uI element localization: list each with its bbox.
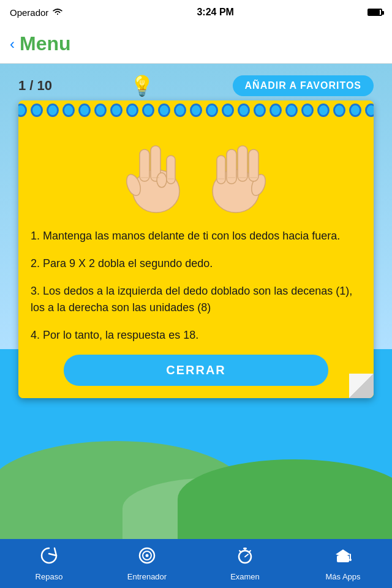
spiral-hole bbox=[31, 104, 43, 117]
spiral-hole bbox=[190, 104, 202, 117]
examen-label: Examen bbox=[230, 572, 260, 581]
carrier-label: Operador bbox=[10, 7, 48, 18]
spiral-hole bbox=[349, 104, 361, 117]
instruction-2: 2. Para 9 X 2 dobla el segundo dedo. bbox=[31, 255, 361, 272]
spiral-hole bbox=[62, 104, 75, 117]
spiral-hole bbox=[158, 104, 170, 117]
entrenador-icon bbox=[137, 546, 157, 570]
tab-bar: Repaso Entrenador Examen bbox=[0, 539, 392, 588]
svg-rect-5 bbox=[167, 156, 175, 184]
instruction-4: 4. Por lo tanto, la respuesta es 18. bbox=[31, 327, 361, 344]
tab-examen[interactable]: Examen bbox=[196, 546, 294, 581]
top-bar: 1 / 10 💡 AÑADIR A FAVORITOS bbox=[18, 74, 374, 98]
svg-point-31 bbox=[349, 559, 352, 561]
svg-rect-11 bbox=[217, 156, 225, 184]
lightbulb-icon: 💡 bbox=[130, 74, 154, 97]
examen-icon bbox=[235, 546, 255, 570]
svg-rect-2 bbox=[140, 149, 149, 181]
back-button[interactable]: ‹ Menu bbox=[10, 32, 71, 55]
spiral-hole bbox=[78, 104, 91, 117]
right-hand-icon bbox=[202, 136, 270, 216]
nav-bar: ‹ Menu bbox=[0, 24, 392, 64]
add-favorites-button[interactable]: AÑADIR A FAVORITOS bbox=[233, 75, 374, 96]
carrier-info: Operador bbox=[10, 7, 63, 18]
svg-rect-23 bbox=[243, 548, 247, 549]
spiral-hole bbox=[126, 104, 138, 117]
repaso-icon bbox=[39, 546, 59, 570]
battery-icon bbox=[368, 9, 382, 16]
spiral-hole bbox=[333, 104, 345, 117]
tab-repaso[interactable]: Repaso bbox=[0, 546, 98, 581]
spiral-hole bbox=[365, 104, 374, 117]
tab-entrenador[interactable]: Entrenador bbox=[98, 546, 196, 581]
spiral-hole bbox=[301, 104, 314, 117]
page-curl bbox=[349, 374, 374, 398]
tab-mas-apps[interactable]: Más Apps bbox=[294, 546, 392, 581]
spiral-top bbox=[18, 100, 374, 120]
main-content: 1 / 10 💡 AÑADIR A FAVORITOS bbox=[0, 64, 392, 539]
mas-apps-icon bbox=[333, 546, 353, 570]
spiral-hole bbox=[94, 104, 107, 117]
svg-line-25 bbox=[245, 554, 248, 557]
left-hand-icon bbox=[123, 136, 190, 216]
nav-title: Menu bbox=[20, 32, 71, 55]
svg-rect-13 bbox=[238, 146, 247, 181]
svg-line-26 bbox=[239, 551, 241, 552]
card-content: 1. Mantenga las manos delante de ti con … bbox=[18, 120, 374, 398]
spiral-hole bbox=[254, 104, 266, 117]
spiral-hole bbox=[238, 104, 250, 117]
svg-point-4 bbox=[157, 173, 167, 187]
instruction-1: 1. Mantenga las manos delante de ti con … bbox=[31, 228, 361, 244]
svg-rect-14 bbox=[249, 149, 258, 181]
wifi-icon bbox=[52, 7, 63, 18]
spiral-hole bbox=[18, 104, 27, 117]
hill-front bbox=[178, 459, 392, 539]
svg-line-27 bbox=[249, 551, 251, 552]
instruction-3: 3. Los dedos a la izquierda del dedo dob… bbox=[31, 283, 361, 316]
repaso-label: Repaso bbox=[36, 572, 63, 581]
mas-apps-label: Más Apps bbox=[325, 572, 360, 581]
spiral-hole bbox=[142, 104, 154, 117]
spiral-hole bbox=[270, 104, 282, 117]
svg-point-21 bbox=[146, 554, 149, 557]
spiral-hole bbox=[222, 104, 234, 117]
clock: 3:24 PM bbox=[197, 7, 233, 18]
hands-illustration bbox=[31, 130, 361, 216]
spiral-hole bbox=[317, 104, 330, 117]
entrenador-label: Entrenador bbox=[127, 572, 167, 581]
spiral-hole bbox=[174, 104, 186, 117]
spiral-hole bbox=[110, 104, 123, 117]
progress-text: 1 / 10 bbox=[18, 78, 52, 94]
svg-rect-12 bbox=[227, 149, 236, 184]
status-bar: Operador 3:24 PM bbox=[0, 0, 392, 24]
spiral-hole bbox=[285, 104, 298, 117]
spiral-hole bbox=[47, 104, 59, 117]
battery-container bbox=[368, 9, 382, 16]
close-button[interactable]: CERRAR bbox=[64, 355, 328, 386]
instruction-card: 1. Mantenga las manos delante de ti con … bbox=[18, 100, 374, 398]
spiral-hole bbox=[206, 104, 218, 117]
back-chevron-icon: ‹ bbox=[10, 36, 15, 53]
